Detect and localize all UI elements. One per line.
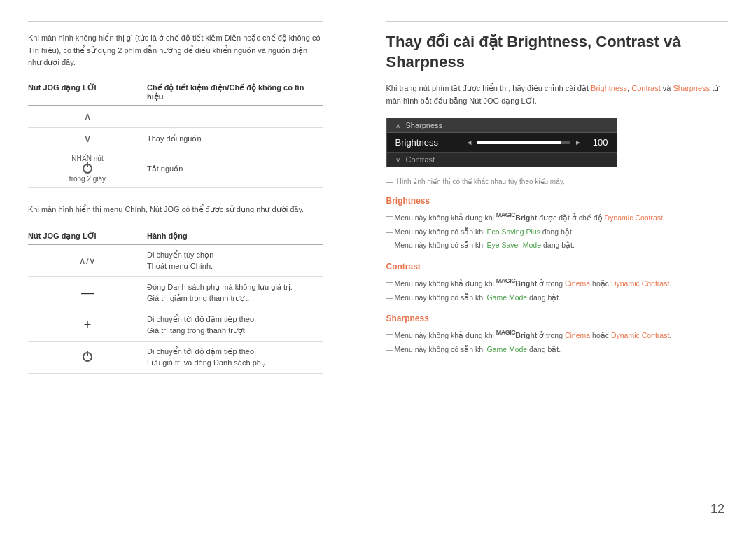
left-column: Khi màn hình không hiển thị gì (tức là ở…	[28, 21, 351, 499]
jog-power-icon	[28, 352, 147, 362]
table-2-col1-header: Nút JOG dạng LỜI	[28, 232, 147, 241]
right-intro-text1: Khi trang nút phím tắt được hiển thị, hã…	[386, 84, 592, 92]
game-mode-link: Game Mode	[486, 345, 527, 353]
table-2-header: Nút JOG dạng LỜI Hành động	[28, 232, 323, 245]
slider-right-arrow: ►	[575, 139, 582, 146]
power-icon	[83, 164, 92, 174]
contrast-section: Contrast Menu này không khả dụng khi MAG…	[386, 262, 729, 303]
magic-brand: MAGIC	[496, 277, 516, 284]
jog-down-icon: ∨	[28, 133, 147, 144]
slider-bar	[477, 141, 569, 144]
ui-preview-contrast-row: ∨ Contrast	[387, 152, 617, 167]
jog-up-icon: ∧	[28, 111, 147, 122]
dynamic-contrast-link: Dynamic Contrast	[611, 279, 669, 288]
brightness-label: Brightness	[396, 137, 458, 148]
ui-preview: ∧ Sharpness Brightness ◄ ► 100 ∨ Contras…	[386, 118, 617, 167]
brightness-section: Brightness Menu này không khả dụng khi M…	[386, 196, 729, 251]
contrast-info-item-1: Menu này không khả dụng khi MAGICBright …	[386, 276, 729, 289]
table-row: — Đóng Danh sách phụ mà không lưu giá tr…	[28, 277, 323, 309]
power-icon	[83, 352, 92, 362]
cinema-link: Cinema	[565, 331, 590, 339]
sharpness-info-item-1: Menu này không khả dụng khi MAGICBright …	[386, 328, 729, 341]
page-number: 12	[710, 502, 724, 517]
table-1-header: Nút JOG dạng LỜI Chế độ tiết kiệm điện/C…	[28, 83, 323, 106]
table-row: NHẤN nút trong 2 giây Tắt nguồn	[28, 150, 323, 188]
action-text: Thay đổi nguồn	[147, 133, 323, 145]
table-row: + Di chuyển tới độ đậm tiếp theo.Giá trị…	[28, 309, 323, 342]
bright-brand-text: Bright	[515, 213, 537, 222]
note-content: Hình ảnh hiển thị có thể khác nhau tùy t…	[397, 178, 565, 185]
game-mode-link: Game Mode	[486, 293, 527, 302]
jog-plus-icon: +	[28, 318, 147, 332]
right-intro-text3: và	[661, 84, 673, 92]
contrast-info-item-2: Menu này không có sẵn khi Game Mode đang…	[386, 292, 729, 304]
right-intro: Khi trang nút phím tắt được hiển thị, hã…	[386, 83, 729, 107]
magic-brand: MAGIC	[496, 211, 516, 218]
brightness-section-title: Brightness	[386, 196, 729, 206]
bright-brand-text: Bright	[515, 279, 537, 288]
table-row: ∧/∨ Di chuyển tùy chọnThoát menu Chính.	[28, 245, 323, 277]
sharpness-info-item-2: Menu này không có sẵn khi Game Mode đang…	[386, 344, 729, 356]
brightness-info-item-2: Menu này không có sẵn khi Eco Saving Plu…	[386, 226, 729, 238]
sharpness-section: Sharpness Menu này không khả dụng khi MA…	[386, 314, 729, 355]
table-1-col1-header: Nút JOG dạng LỜI	[28, 83, 147, 101]
contrast-highlight: Contrast	[631, 84, 661, 92]
action-text: Di chuyển tới độ đậm tiếp theo.Giá trị t…	[147, 314, 323, 337]
dynamic-contrast-link: Dynamic Contrast	[611, 331, 669, 339]
right-column: Thay đổi cài đặt Brightness, Contrast và…	[351, 21, 729, 499]
brightness-highlight: Brightness	[591, 84, 627, 92]
contrast-label: Contrast	[406, 155, 435, 164]
ui-preview-brightness-row: Brightness ◄ ► 100	[387, 133, 617, 152]
table-1-col2-header: Chế độ tiết kiệm điện/Chế độ không có tí…	[147, 83, 323, 101]
table-1-section: Nút JOG dạng LỜI Chế độ tiết kiệm điện/C…	[28, 83, 323, 188]
jog-power-2s-icon: NHẤN nút trong 2 giây	[28, 155, 147, 183]
action-text: Di chuyển tùy chọnThoát menu Chính.	[147, 249, 323, 272]
action-text: Đóng Danh sách phụ mà không lưu giá trị.…	[147, 281, 323, 304]
arrow-down-icon: ∨	[396, 156, 400, 164]
brightness-info-item-3: Menu này không có sẵn khi Eye Saver Mode…	[386, 239, 729, 251]
table-row: ∨ Thay đổi nguồn	[28, 128, 323, 150]
magic-brand: MAGIC	[496, 329, 516, 336]
note-dash: —	[386, 178, 393, 185]
dynamic-contrast-link: Dynamic Contrast	[605, 213, 663, 222]
table-row: Di chuyển tới độ đậm tiếp theo.Lưu giá t…	[28, 342, 323, 374]
note-text: — Hình ảnh hiển thị có thể khác nhau tùy…	[386, 178, 729, 185]
left-intro-text: Khi màn hình không hiển thị gì (tức là ở…	[28, 32, 323, 69]
eye-saver-link: Eye Saver Mode	[486, 241, 541, 249]
eco-saving-link: Eco Saving Plus	[486, 227, 540, 236]
sharpness-highlight: Sharpness	[673, 84, 710, 92]
contrast-section-title: Contrast	[386, 262, 729, 272]
section2-intro: Khi màn hình hiển thị menu Chính, Nút JO…	[28, 205, 323, 214]
table-2-col2-header: Hành động	[147, 232, 323, 241]
cinema-link: Cinema	[565, 279, 590, 288]
slider-fill	[477, 141, 560, 144]
brightness-info-item-1: Menu này không khả dụng khi MAGICBright …	[386, 210, 729, 223]
ui-preview-header: ∧ Sharpness	[387, 118, 617, 133]
arrow-up-icon: ∧	[396, 122, 400, 129]
slider-left-arrow: ◄	[466, 139, 473, 146]
jog-minus-icon: —	[28, 286, 147, 300]
page-title: Thay đổi cài đặt Brightness, Contrast và…	[386, 32, 729, 72]
action-text: Tắt nguồn	[147, 163, 323, 175]
table-row: ∧	[28, 106, 323, 128]
sharpness-section-title: Sharpness	[386, 314, 729, 323]
sharpness-label: Sharpness	[406, 121, 443, 129]
action-text: Di chuyển tới độ đậm tiếp theo.Lưu giá t…	[147, 346, 323, 369]
brightness-slider: ◄ ►	[464, 139, 584, 146]
jog-updown-icon: ∧/∨	[28, 255, 147, 266]
table-2-section: Nút JOG dạng LỜI Hành động ∧/∨ Di chuyển…	[28, 232, 323, 374]
slider-value: 100	[593, 137, 608, 148]
bright-brand-text: Bright	[515, 331, 537, 339]
